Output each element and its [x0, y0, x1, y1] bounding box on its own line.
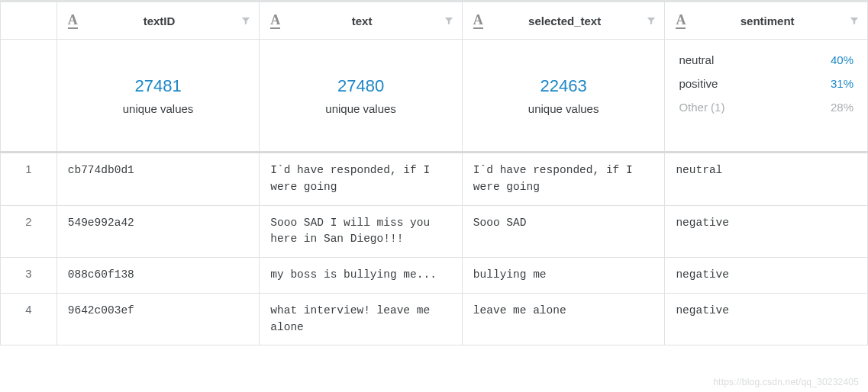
- dist-pct: 31%: [831, 77, 853, 90]
- column-name: text: [288, 14, 436, 27]
- summary-sentiment[interactable]: neutral 40% positive 31% Other (1) 28%: [665, 40, 868, 153]
- summary-rownum: [1, 40, 57, 153]
- summary-row: 27481 unique values 27480 unique values …: [1, 40, 868, 153]
- row-number: 2: [1, 205, 57, 258]
- row-number: 3: [1, 258, 57, 294]
- type-text-icon: A: [473, 12, 483, 28]
- table-row[interactable]: 2549e992a42Sooo SAD I will miss you here…: [1, 205, 868, 258]
- cell-textID[interactable]: 088c60f138: [56, 258, 260, 294]
- type-text-icon: A: [68, 12, 78, 28]
- unique-label: unique values: [325, 102, 396, 115]
- filter-icon[interactable]: [646, 15, 657, 26]
- filter-icon[interactable]: [444, 15, 454, 26]
- dist-pct: 28%: [831, 101, 853, 114]
- dist-pct: 40%: [831, 53, 853, 66]
- cell-sentiment[interactable]: neutral: [665, 153, 868, 206]
- cell-text[interactable]: my boss is bullying me...: [260, 258, 463, 294]
- table-row[interactable]: 3088c60f138my boss is bullying me...bull…: [1, 258, 868, 294]
- cell-sentiment[interactable]: negative: [665, 205, 868, 258]
- table-row[interactable]: 1cb774db0d1I`d have responded, if I were…: [1, 153, 868, 206]
- cell-textID[interactable]: cb774db0d1: [56, 153, 260, 206]
- unique-label: unique values: [528, 102, 599, 115]
- cell-text[interactable]: what interview! leave me alone: [260, 293, 463, 345]
- cell-text[interactable]: Sooo SAD I will miss you here in San Die…: [260, 205, 463, 258]
- summary-textID[interactable]: 27481 unique values: [56, 40, 260, 153]
- type-text-icon: A: [270, 12, 280, 28]
- table-row[interactable]: 49642c003efwhat interview! leave me alon…: [1, 293, 868, 345]
- cell-selected_text[interactable]: Sooo SAD: [462, 205, 665, 258]
- column-name: sentiment: [693, 14, 841, 27]
- watermark-text: https://blog.csdn.net/qq_30232405: [713, 377, 859, 387]
- column-header-sentiment[interactable]: A sentiment: [665, 2, 868, 40]
- data-table: A textID A text A selected_text: [0, 0, 868, 345]
- column-header-text[interactable]: A text: [260, 2, 463, 40]
- column-header-selected_text[interactable]: A selected_text: [462, 2, 665, 40]
- cell-sentiment[interactable]: negative: [665, 293, 868, 345]
- column-name: textID: [86, 14, 234, 27]
- dist-row: positive 31%: [679, 77, 853, 90]
- cell-selected_text[interactable]: I`d have responded, if I were going: [462, 153, 665, 206]
- rownum-header: [1, 2, 57, 40]
- cell-textID[interactable]: 9642c003ef: [56, 293, 260, 345]
- unique-count: 22463: [540, 76, 587, 96]
- cell-text[interactable]: I`d have responded, if I were going: [260, 153, 463, 206]
- dist-row: neutral 40%: [679, 53, 853, 66]
- column-name: selected_text: [491, 14, 639, 27]
- dist-label: positive: [679, 77, 718, 90]
- summary-selected_text[interactable]: 22463 unique values: [462, 40, 665, 153]
- filter-icon[interactable]: [240, 15, 251, 26]
- column-header-textID[interactable]: A textID: [56, 2, 260, 40]
- filter-icon[interactable]: [849, 15, 860, 26]
- dist-label: Other (1): [679, 101, 724, 114]
- column-header-row: A textID A text A selected_text: [1, 2, 868, 40]
- row-number: 1: [1, 153, 57, 206]
- unique-count: 27481: [134, 76, 181, 96]
- unique-label: unique values: [123, 102, 194, 115]
- dist-label: neutral: [679, 53, 714, 66]
- summary-text[interactable]: 27480 unique values: [260, 40, 463, 153]
- cell-selected_text[interactable]: leave me alone: [462, 293, 665, 345]
- type-text-icon: A: [676, 12, 686, 28]
- cell-sentiment[interactable]: negative: [665, 258, 868, 294]
- dist-row: Other (1) 28%: [679, 101, 853, 114]
- unique-count: 27480: [337, 76, 384, 96]
- row-number: 4: [1, 293, 57, 345]
- cell-selected_text[interactable]: bullying me: [462, 258, 665, 294]
- cell-textID[interactable]: 549e992a42: [56, 205, 260, 258]
